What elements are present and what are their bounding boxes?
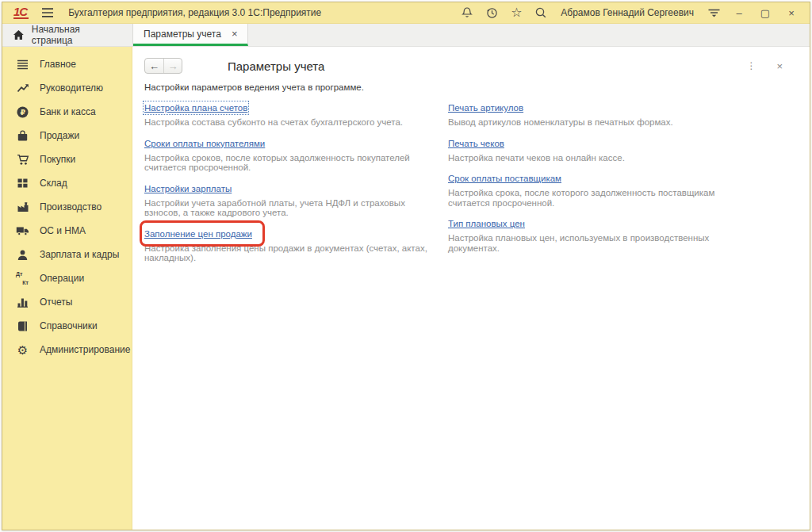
customer-payment-terms-link[interactable]: Сроки оплаты покупателями — [144, 138, 265, 149]
close-window-button[interactable]: × — [781, 5, 802, 21]
star-icon: ☆ — [511, 6, 522, 19]
maximize-button[interactable]: ▢ — [755, 5, 776, 21]
sidebar-item-reports[interactable]: Отчеты — [2, 290, 132, 314]
tab-label: Параметры учета — [144, 29, 221, 40]
tab-bar: Начальная страница Параметры учета × — [2, 24, 810, 47]
menu-lines-icon — [16, 58, 29, 71]
book-icon — [16, 320, 29, 332]
titlebar-controls: ☆ Абрамов Геннадий Сергеевич – ▢ × — [458, 5, 802, 21]
forward-button[interactable]: → — [163, 59, 182, 73]
setting-customer-payment-terms: Сроки оплаты покупателями Настройка срок… — [144, 136, 439, 173]
sidebar-item-label: Покупки — [40, 154, 75, 165]
factory-icon — [16, 201, 29, 213]
sidebar-item-label: ОС и НМА — [40, 225, 86, 236]
sidebar-item-label: Склад — [40, 178, 67, 189]
search-button[interactable] — [531, 5, 550, 21]
accounting-parameters-panel: ← → Параметры учета ⋮ × Настройки параме… — [132, 47, 810, 530]
sidebar-item-production[interactable]: Производство — [2, 195, 132, 219]
person-icon — [16, 248, 29, 261]
setting-description: Настройка сроков, после которых задолжен… — [144, 153, 439, 173]
sidebar-item-label: Справочники — [40, 320, 98, 331]
svg-text:₽: ₽ — [20, 108, 25, 117]
minimize-button[interactable]: – — [729, 5, 749, 21]
settings-column-right: Печать артикулов Вывод артикулов номенкл… — [448, 100, 797, 271]
history-nav-group: ← → — [144, 58, 182, 74]
sidebar: Главное Руководителю ₽ Банк и касса Прод… — [2, 47, 132, 530]
trend-arrow-icon — [16, 82, 29, 94]
back-button[interactable]: ← — [145, 59, 163, 73]
sidebar-item-label: Продажи — [40, 130, 79, 141]
grid-boxes-icon — [16, 177, 29, 189]
settings-columns: Настройка плана счетов Настройка состава… — [144, 100, 797, 271]
settings-column-left: Настройка плана счетов Настройка состава… — [144, 100, 448, 271]
dt-kt-icon: Дт Кт — [16, 272, 29, 285]
sidebar-item-label: Операции — [40, 273, 84, 284]
home-icon — [13, 29, 25, 40]
history-clock-icon — [485, 6, 498, 19]
setting-supplier-payment-terms: Срок оплаты поставщикам Настройка срока,… — [448, 170, 743, 208]
cart-icon — [16, 153, 29, 166]
setting-description: Настройка срока, после которого задолжен… — [448, 188, 743, 208]
setting-description: Настройки учета заработной платы, учета … — [144, 198, 439, 218]
sidebar-item-label: Отчеты — [40, 297, 72, 308]
setting-print-articles: Печать артикулов Вывод артикулов номенкл… — [448, 100, 743, 128]
tab-home-page[interactable]: Начальная страница — [2, 24, 133, 46]
close-panel-icon[interactable]: × — [776, 61, 783, 71]
sidebar-item-sales[interactable]: Продажи — [2, 124, 132, 147]
content-header: ← → Параметры учета ⋮ × — [144, 57, 797, 75]
setting-planned-price-type: Тип плановых цен Настройка плановых цен,… — [448, 216, 743, 253]
sidebar-item-purchases[interactable]: Покупки — [2, 147, 132, 171]
hamburger-icon — [41, 7, 54, 18]
panel-controls: ⋮ × — [746, 61, 797, 71]
main-menu-button[interactable] — [41, 7, 54, 18]
app-window: 1С Бухгалтерия предприятия, редакция 3.0… — [2, 2, 810, 530]
supplier-payment-terms-link[interactable]: Срок оплаты поставщикам — [448, 173, 561, 184]
favorites-button[interactable]: ☆ — [507, 5, 526, 21]
setting-description: Настройка заполнения цены продажи в доку… — [144, 243, 439, 263]
ruble-circle-icon: ₽ — [16, 105, 29, 118]
1c-logo-icon: 1С — [13, 6, 29, 19]
sidebar-item-operations[interactable]: Дт Кт Операции — [2, 266, 132, 290]
service-settings-button[interactable] — [704, 5, 723, 21]
sidebar-item-salary-hr[interactable]: Зарплата и кадры — [2, 243, 132, 266]
main-area: Главное Руководителю ₽ Банк и касса Прод… — [2, 47, 810, 530]
planned-price-type-link[interactable]: Тип плановых цен — [448, 218, 525, 229]
more-menu-icon[interactable]: ⋮ — [746, 61, 756, 71]
sidebar-item-label: Руководителю — [40, 82, 103, 94]
sidebar-item-manager[interactable]: Руководителю — [2, 76, 132, 100]
sidebar-item-directories[interactable]: Справочники — [2, 314, 132, 338]
setting-chart-of-accounts: Настройка плана счетов Настройка состава… — [144, 100, 439, 128]
sidebar-item-label: Банк и касса — [40, 106, 96, 117]
bell-icon — [461, 6, 473, 19]
print-articles-link[interactable]: Печать артикулов — [448, 102, 523, 113]
window-title: Бухгалтерия предприятия, редакция 3.0 1С… — [68, 7, 321, 18]
print-receipts-link[interactable]: Печать чеков — [448, 138, 504, 149]
sidebar-item-bank-cash[interactable]: ₽ Банк и касса — [2, 100, 132, 124]
sales-price-filling-link[interactable]: Заполнение цен продажи — [144, 228, 252, 239]
sidebar-item-main[interactable]: Главное — [2, 52, 132, 76]
chart-of-accounts-link[interactable]: Настройка плана счетов — [144, 102, 247, 113]
bar-chart-icon — [16, 296, 29, 308]
setting-sales-price-filling: Заполнение цен продажи Настройка заполне… — [144, 226, 439, 263]
search-icon — [534, 6, 547, 19]
sidebar-item-label: Администрирование — [40, 344, 130, 355]
tab-accounting-parameters[interactable]: Параметры учета × — [133, 24, 248, 46]
tab-close-icon[interactable]: × — [232, 29, 238, 39]
notifications-button[interactable] — [458, 5, 477, 21]
tab-label: Начальная страница — [32, 24, 122, 46]
sidebar-item-label: Производство — [40, 201, 102, 212]
sidebar-item-label: Зарплата и кадры — [40, 249, 119, 260]
bag-icon — [16, 129, 29, 142]
current-user[interactable]: Абрамов Геннадий Сергеевич — [561, 7, 694, 18]
sidebar-item-warehouse[interactable]: Склад — [2, 171, 132, 195]
setting-salary-settings: Настройки зарплаты Настройки учета зараб… — [144, 181, 439, 218]
truck-icon — [16, 224, 29, 237]
sidebar-item-administration[interactable]: ⚙ Администрирование — [2, 338, 132, 362]
sidebar-item-fixed-assets[interactable]: ОС и НМА — [2, 219, 132, 243]
page-subtitle: Настройки параметров ведения учета в про… — [144, 82, 797, 93]
page-title: Параметры учета — [228, 59, 324, 73]
salary-settings-link[interactable]: Настройки зарплаты — [144, 183, 232, 194]
setting-description: Настройка плановых цен, используемых в п… — [448, 233, 743, 253]
history-button[interactable] — [482, 5, 501, 21]
sidebar-item-label: Главное — [40, 59, 76, 70]
